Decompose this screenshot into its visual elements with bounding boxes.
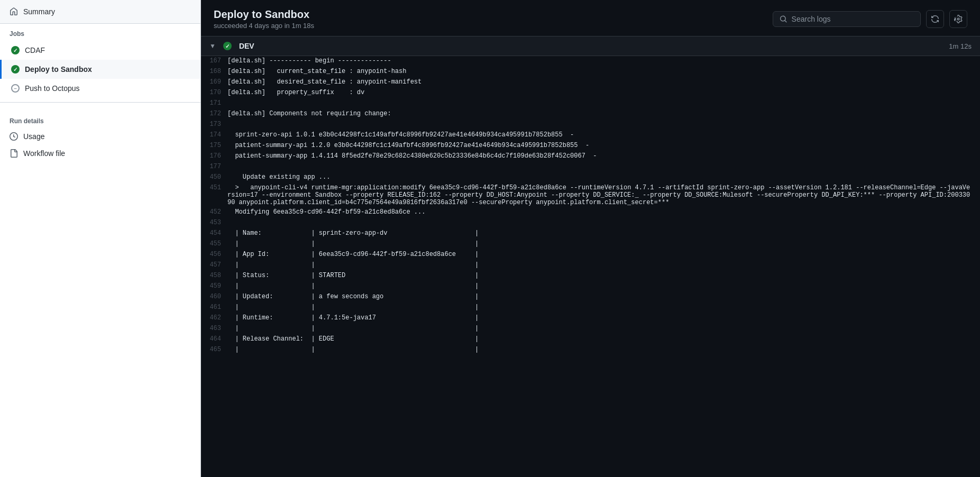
sidebar-job-label-cdaf: CDAF — [25, 46, 45, 54]
line-number: 173 — [201, 120, 227, 129]
line-content: sprint-zero-api 1.0.1 e3b0c44298fc1c149a… — [227, 130, 980, 140]
success-icon-deploy — [11, 65, 20, 74]
log-line: 461 | | | — [201, 302, 980, 313]
log-line: 168[delta.sh] current_state_file : anypo… — [201, 67, 980, 77]
log-line: 170[delta.sh] property_suffix : dv — [201, 88, 980, 98]
sidebar-item-workflow-file[interactable]: Workflow file — [0, 145, 200, 162]
log-line: 459 | | | — [201, 281, 980, 292]
line-number: 460 — [201, 292, 227, 301]
sidebar-workflow-label: Workflow file — [23, 149, 65, 158]
file-icon — [10, 149, 18, 158]
run-details-section: Run details Usage Workflow file — [0, 107, 200, 166]
sidebar-job-label-octopus: Push to Octopus — [25, 84, 80, 93]
sidebar-usage-label: Usage — [23, 132, 44, 141]
success-icon-cdaf — [11, 46, 20, 54]
line-number: 167 — [201, 56, 227, 66]
line-number: 453 — [201, 218, 227, 227]
line-content: | | | — [227, 281, 980, 291]
sidebar-item-usage[interactable]: Usage — [0, 128, 200, 145]
log-container[interactable]: ▼ DEV 1m 12s 167[delta.sh] ----------- b… — [201, 36, 980, 477]
line-content: | Runtime: | 4.7.1:5e-java17 | — [227, 313, 980, 323]
log-line: 452 Modifying 6eea35c9-cd96-442f-bf59-a2… — [201, 207, 980, 218]
line-number: 458 — [201, 271, 227, 280]
line-number: 464 — [201, 334, 227, 344]
refresh-button[interactable] — [926, 10, 944, 28]
page-title: Deploy to Sandbox — [214, 8, 314, 21]
line-number: 455 — [201, 239, 227, 249]
line-content — [227, 162, 980, 172]
line-number: 459 — [201, 281, 227, 291]
line-number: 170 — [201, 88, 227, 97]
log-line: 176 patient-summary-app 1.4.114 8f5ed2fe… — [201, 151, 980, 162]
line-number: 172 — [201, 109, 227, 118]
log-line: 460 | Updated: | a few seconds ago | — [201, 292, 980, 302]
search-icon — [780, 15, 787, 23]
line-content — [227, 218, 980, 228]
gear-icon — [954, 15, 963, 23]
line-number: 175 — [201, 141, 227, 150]
log-line: 463 | | | — [201, 324, 980, 334]
dev-header-left: ▼ DEV — [209, 42, 254, 50]
log-line: 177 — [201, 162, 980, 172]
log-line: 458 | Status: | STARTED | — [201, 271, 980, 281]
line-number: 174 — [201, 130, 227, 140]
search-box[interactable] — [773, 11, 921, 27]
header-info: Deploy to Sandbox succeeded 4 days ago i… — [214, 8, 314, 30]
line-number: 462 — [201, 313, 227, 323]
line-content: | Name: | sprint-zero-app-dv | — [227, 228, 980, 238]
line-content: [delta.sh] ----------- begin -----------… — [227, 56, 980, 66]
sidebar-divider — [0, 102, 200, 103]
line-content: [delta.sh] property_suffix : dv — [227, 88, 980, 97]
log-line: 173 — [201, 120, 980, 130]
sidebar-job-label-deploy: Deploy to Sandbox — [25, 65, 92, 74]
run-details-label: Run details — [0, 111, 200, 128]
sidebar-item-cdaf[interactable]: CDAF — [0, 41, 200, 60]
page-subtitle: succeeded 4 days ago in 1m 18s — [214, 22, 314, 30]
line-number: 451 — [201, 183, 227, 192]
log-line: 464 | Release Channel: | EDGE | — [201, 334, 980, 345]
line-number: 169 — [201, 77, 227, 87]
home-icon — [10, 7, 18, 16]
line-content: Modifying 6eea35c9-cd96-442f-bf59-a21c8e… — [227, 207, 980, 217]
line-content: Update existing app ... — [227, 172, 980, 182]
clock-icon — [10, 132, 18, 141]
search-input[interactable] — [792, 15, 914, 23]
log-line: 171 — [201, 98, 980, 109]
line-content: patient-summary-app 1.4.114 8f5ed2fe78e2… — [227, 151, 980, 161]
line-number: 176 — [201, 151, 227, 161]
log-line: 455 | | | — [201, 239, 980, 250]
line-content: [delta.sh] Components not requiring chan… — [227, 109, 980, 118]
line-content: | Status: | STARTED | — [227, 271, 980, 280]
dev-section-header: ▼ DEV 1m 12s — [201, 36, 980, 56]
line-content: > anypoint-cli-v4 runtime-mgr:applicatio… — [227, 183, 980, 207]
log-line: 457 | | | — [201, 260, 980, 271]
line-content: | | | — [227, 345, 980, 354]
line-number: 461 — [201, 302, 227, 312]
collapse-chevron-icon[interactable]: ▼ — [209, 42, 216, 50]
log-line: 174 sprint-zero-api 1.0.1 e3b0c44298fc1c… — [201, 130, 980, 141]
header-actions — [773, 10, 967, 28]
line-number: 454 — [201, 228, 227, 238]
main-content: Deploy to Sandbox succeeded 4 days ago i… — [201, 0, 980, 477]
refresh-icon — [931, 15, 939, 23]
sidebar-item-push-to-octopus[interactable]: Push to Octopus — [0, 79, 200, 98]
line-content: patient-summary-api 1.2.0 e3b0c44298fc1c… — [227, 141, 980, 150]
line-number: 456 — [201, 250, 227, 259]
skip-icon-octopus — [11, 84, 20, 93]
log-line: 169[delta.sh] desired_state_file : anypo… — [201, 77, 980, 88]
main-header: Deploy to Sandbox succeeded 4 days ago i… — [201, 0, 980, 36]
line-number: 452 — [201, 207, 227, 217]
line-content: | | | — [227, 324, 980, 333]
line-content: | Updated: | a few seconds ago | — [227, 292, 980, 301]
log-line: 456 | App Id: | 6eea35c9-cd96-442f-bf59-… — [201, 250, 980, 260]
log-line: 454 | Name: | sprint-zero-app-dv | — [201, 228, 980, 239]
line-content — [227, 98, 980, 109]
sidebar: Summary Jobs CDAF Deploy to Sandbox Push… — [0, 0, 201, 477]
line-content — [227, 120, 980, 130]
line-number: 168 — [201, 67, 227, 76]
sidebar-item-summary[interactable]: Summary — [0, 0, 200, 24]
settings-button[interactable] — [949, 10, 967, 28]
log-line: 175 patient-summary-api 1.2.0 e3b0c44298… — [201, 141, 980, 151]
dev-success-icon — [223, 42, 232, 50]
sidebar-item-deploy-to-sandbox[interactable]: Deploy to Sandbox — [0, 60, 200, 79]
